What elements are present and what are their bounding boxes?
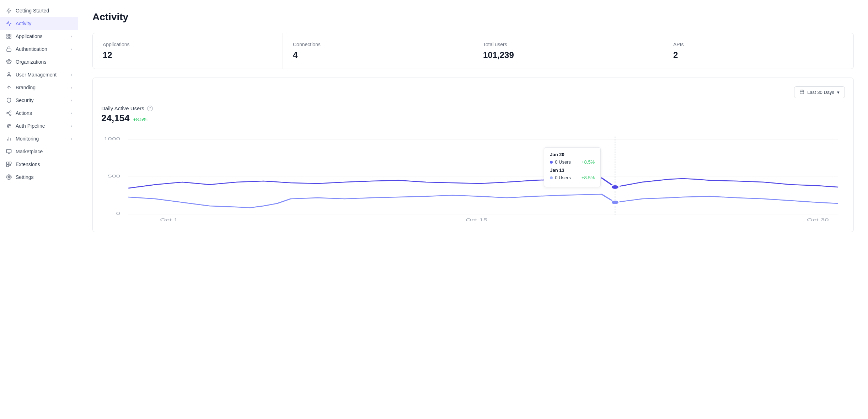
svg-rect-2	[9, 34, 11, 36]
stat-label-total-users: Total users	[483, 42, 653, 47]
sidebar-item-label: Actions	[16, 110, 32, 116]
chevron-right-icon: ›	[71, 85, 72, 90]
svg-rect-5	[7, 49, 11, 51]
svg-point-15	[10, 111, 11, 112]
activity-icon	[6, 20, 12, 27]
chart-section: Last 30 Days ▾ Daily Active Users ? 24,1…	[92, 78, 854, 232]
sidebar-item-extensions[interactable]: Extensions	[0, 158, 78, 171]
tooltip-users2: 0 Users	[555, 175, 571, 180]
stat-value-apis: 2	[673, 50, 843, 60]
chart-area: 1000 500 0 Oct 1 Oct 15 Oct	[101, 129, 845, 223]
chevron-right-icon: ›	[71, 98, 72, 102]
chevron-right-icon: ›	[71, 34, 72, 38]
help-icon[interactable]: ?	[147, 106, 153, 111]
stats-card: Applications 12 Connections 4 Total user…	[92, 33, 854, 69]
grid-icon	[6, 33, 12, 39]
chevron-down-icon: ▾	[837, 90, 840, 95]
extensions-icon	[6, 161, 12, 168]
chart-tooltip: Jan 20 0 Users +8.5% Jan 13 0 Users +8.5…	[544, 147, 601, 187]
stat-applications: Applications 12	[93, 33, 283, 69]
sidebar-item-marketplace[interactable]: Marketplace	[0, 145, 78, 158]
sidebar-item-label: Marketplace	[16, 149, 43, 154]
chevron-right-icon: ›	[71, 124, 72, 128]
tooltip-date2: Jan 13	[550, 168, 595, 173]
sidebar-item-label: Authentication	[16, 46, 47, 52]
sidebar-item-applications[interactable]: Applications ›	[0, 30, 78, 43]
svg-rect-1	[7, 34, 9, 36]
bar-chart-icon	[6, 136, 12, 142]
stat-value-applications: 12	[103, 50, 273, 60]
sidebar-item-settings[interactable]: Settings	[0, 171, 78, 184]
sidebar-item-authentication[interactable]: Authentication ›	[0, 43, 78, 55]
tooltip-dot-primary	[550, 161, 553, 164]
chart-value-row: 24,154 +8.5%	[101, 113, 845, 124]
svg-point-13	[8, 73, 10, 74]
sidebar-item-actions[interactable]: Actions ›	[0, 107, 78, 120]
svg-rect-27	[9, 162, 11, 164]
stat-label-applications: Applications	[103, 42, 273, 47]
org-icon	[6, 59, 12, 65]
svg-point-29	[8, 176, 10, 178]
svg-point-41	[611, 185, 619, 189]
svg-text:500: 500	[108, 174, 120, 179]
sidebar-item-label: Branding	[16, 85, 36, 90]
sidebar-item-getting-started[interactable]: Getting Started	[0, 4, 78, 17]
svg-text:Oct 1: Oct 1	[160, 218, 178, 222]
stat-value-total-users: 101,239	[483, 50, 653, 60]
marketplace-icon	[6, 148, 12, 155]
pipeline-icon	[6, 123, 12, 129]
calendar-icon	[799, 89, 804, 95]
chart-header: Last 30 Days ▾	[101, 86, 845, 98]
svg-rect-4	[9, 37, 11, 38]
sidebar-item-activity[interactable]: Activity	[0, 17, 78, 30]
sidebar-item-label: Monitoring	[16, 136, 39, 142]
user-icon	[6, 71, 12, 78]
svg-rect-8	[8, 59, 10, 61]
svg-point-17	[10, 114, 11, 116]
sidebar-item-label: Auth Pipeline	[16, 123, 45, 129]
svg-marker-0	[7, 8, 11, 13]
sidebar-item-label: Security	[16, 97, 34, 103]
sidebar-item-label: User Management	[16, 72, 57, 78]
tooltip-section2: Jan 13 0 Users +8.5%	[550, 168, 595, 180]
svg-rect-6	[6, 61, 8, 62]
shield-icon	[6, 97, 12, 104]
date-filter-label: Last 30 Days	[807, 90, 834, 95]
chart-svg: 1000 500 0 Oct 1 Oct 15 Oct	[101, 129, 845, 222]
sidebar-item-organizations[interactable]: Organizations	[0, 55, 78, 68]
chart-pct: +8.5%	[133, 117, 148, 122]
date-filter-button[interactable]: Last 30 Days ▾	[794, 86, 845, 98]
stat-apis: APIs 2	[663, 33, 853, 69]
svg-line-19	[8, 112, 10, 113]
sidebar-item-user-management[interactable]: User Management ›	[0, 68, 78, 81]
gear-icon	[6, 174, 12, 180]
sidebar-item-label: Organizations	[16, 59, 46, 65]
chevron-right-icon: ›	[71, 137, 72, 141]
stat-label-apis: APIs	[673, 42, 843, 47]
chevron-right-icon: ›	[71, 111, 72, 115]
svg-text:0: 0	[116, 211, 120, 216]
tooltip-users1: 0 Users	[555, 159, 571, 165]
sidebar-item-auth-pipeline[interactable]: Auth Pipeline ›	[0, 120, 78, 132]
sidebar-item-security[interactable]: Security ›	[0, 94, 78, 107]
tooltip-row2: 0 Users +8.5%	[550, 175, 595, 180]
svg-rect-30	[800, 90, 804, 94]
svg-text:Oct 15: Oct 15	[466, 218, 488, 222]
sidebar-item-label: Getting Started	[16, 8, 49, 14]
chevron-right-icon: ›	[71, 73, 72, 77]
chart-main-value: 24,154	[101, 113, 130, 124]
chart-title-row: Daily Active Users ?	[101, 105, 845, 111]
sidebar-item-label: Activity	[16, 21, 31, 26]
sidebar-item-label: Applications	[16, 33, 43, 39]
sidebar: Getting Started Activity Applications › …	[0, 0, 78, 419]
svg-rect-23	[6, 149, 11, 153]
pen-icon	[6, 84, 12, 91]
main-content: Activity Applications 12 Connections 4 T…	[78, 0, 868, 419]
sidebar-item-branding[interactable]: Branding ›	[0, 81, 78, 94]
svg-rect-7	[10, 61, 11, 62]
stat-label-connections: Connections	[293, 42, 463, 47]
bolt-icon	[6, 7, 12, 14]
sidebar-item-monitoring[interactable]: Monitoring ›	[0, 132, 78, 145]
sidebar-item-label: Settings	[16, 174, 34, 180]
chart-title: Daily Active Users	[101, 105, 144, 111]
